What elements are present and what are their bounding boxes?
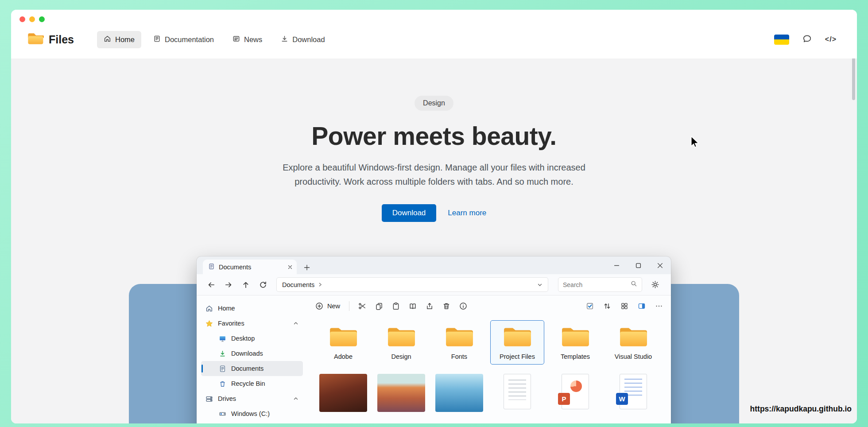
search-box[interactable]	[558, 277, 642, 292]
browser-window: Files Home Documentation	[11, 10, 857, 423]
nav-item-documentation[interactable]: Documentation	[147, 31, 221, 48]
file-tile-photo[interactable]	[316, 369, 370, 416]
folder-tile-fonts[interactable]: Fonts	[432, 320, 486, 365]
sidebar-item-documents[interactable]: Documents	[201, 361, 303, 376]
forward-button[interactable]	[221, 277, 236, 292]
photo-thumbnail-mountain	[377, 374, 425, 412]
minimize-traffic-icon[interactable]	[29, 16, 35, 22]
share-icon[interactable]	[426, 302, 434, 310]
layout-icon[interactable]	[620, 302, 628, 310]
sidebar-item-favorites[interactable]: Favorites	[201, 316, 303, 331]
star-icon	[205, 320, 213, 327]
sidebar-label: Drives	[218, 395, 236, 402]
brand-logo[interactable]: Files	[27, 31, 74, 47]
chevron-up-icon[interactable]	[293, 396, 298, 401]
file-tile-photo[interactable]	[432, 369, 486, 416]
drives-icon	[205, 395, 213, 403]
page-title: Power meets beauty.	[11, 121, 857, 151]
feedback-chat-icon[interactable]	[802, 34, 812, 45]
copy-icon[interactable]	[375, 302, 383, 310]
sidebar-item-home[interactable]: Home	[201, 301, 303, 316]
fullscreen-traffic-icon[interactable]	[39, 16, 45, 22]
delete-icon[interactable]	[442, 302, 450, 310]
brand-name: Files	[49, 33, 74, 46]
nav-item-home[interactable]: Home	[97, 31, 141, 48]
nav-item-news[interactable]: News	[226, 31, 269, 48]
preview-pane-icon[interactable]	[638, 302, 646, 310]
up-button[interactable]	[238, 277, 253, 292]
home-icon	[104, 35, 111, 44]
close-icon[interactable]	[657, 263, 663, 268]
files-app-window: Documents	[197, 256, 671, 423]
sidebar-item-windows-c[interactable]: Windows (C:)	[201, 406, 303, 421]
ukraine-flag-icon[interactable]	[774, 35, 789, 45]
folder-tile-visual-studio[interactable]: Visual Studio	[606, 320, 660, 365]
sort-icon[interactable]	[603, 302, 611, 310]
window-controls	[614, 256, 663, 274]
app-sidebar: Home Favorites Desktop	[197, 295, 307, 423]
folder-tile-adobe[interactable]: Adobe	[316, 320, 370, 365]
folder-tile-project-files[interactable]: Project Files	[490, 320, 544, 365]
app-content: Home Favorites Desktop	[197, 295, 671, 423]
refresh-button[interactable]	[256, 277, 270, 292]
tab-title: Documents	[219, 264, 251, 271]
nav-label: Download	[292, 35, 325, 44]
sidebar-label: Downloads	[231, 350, 263, 357]
info-icon[interactable]	[459, 302, 467, 310]
site-header: Files Home Documentation	[11, 10, 857, 58]
tab-close-icon[interactable]	[288, 265, 292, 269]
search-input[interactable]	[563, 281, 631, 288]
cut-icon[interactable]	[358, 302, 366, 310]
source-code-icon[interactable]: </>	[825, 35, 837, 43]
file-tile-photo[interactable]	[374, 369, 428, 416]
file-row: P W	[316, 369, 662, 416]
folder-name: Project Files	[500, 353, 535, 360]
command-bar: New	[307, 295, 671, 317]
new-tab-button[interactable]	[304, 264, 310, 271]
files-folder-logo-icon	[27, 31, 44, 47]
chevron-down-icon[interactable]	[537, 282, 542, 287]
maximize-icon[interactable]	[636, 263, 641, 268]
file-tile-word[interactable]: W	[606, 369, 660, 416]
back-button[interactable]	[204, 277, 218, 292]
learn-more-link[interactable]: Learn more	[448, 209, 486, 217]
file-tile-text-document[interactable]	[490, 369, 544, 416]
minimize-icon[interactable]	[614, 263, 620, 268]
breadcrumb-segment[interactable]: Documents	[282, 281, 314, 288]
nav-label: Home	[115, 35, 135, 44]
hero-cta: Download Learn more	[11, 204, 857, 222]
sidebar-label: Home	[218, 305, 235, 312]
sidebar-item-drives[interactable]: Drives	[201, 391, 303, 406]
news-icon	[232, 35, 240, 44]
paste-icon[interactable]	[392, 302, 400, 310]
powerpoint-document-icon: P	[562, 374, 589, 409]
book-open-icon[interactable]	[409, 302, 417, 310]
sidebar-item-recycle-bin[interactable]: Recycle Bin	[201, 376, 303, 391]
chevron-up-icon[interactable]	[293, 321, 298, 326]
download-icon	[281, 35, 288, 44]
folder-icon	[561, 325, 590, 350]
page-scrollbar[interactable]	[852, 58, 855, 100]
new-button[interactable]: New	[315, 302, 340, 310]
folder-icon	[387, 325, 416, 350]
tab-documents[interactable]: Documents	[203, 260, 297, 274]
close-traffic-icon[interactable]	[19, 16, 25, 22]
nav-item-download[interactable]: Download	[274, 31, 331, 48]
sidebar-item-desktop[interactable]: Desktop	[201, 331, 303, 346]
sidebar-item-downloads[interactable]: Downloads	[201, 346, 303, 361]
select-icon[interactable]	[586, 302, 594, 310]
folder-icon	[619, 325, 648, 350]
folder-tile-templates[interactable]: Templates	[548, 320, 602, 365]
breadcrumb[interactable]: Documents	[276, 277, 548, 292]
photo-thumbnail-canyon	[319, 374, 367, 412]
sidebar-label: Desktop	[231, 335, 255, 342]
more-icon[interactable]	[655, 302, 663, 310]
file-tile-powerpoint[interactable]: P	[548, 369, 602, 416]
sidebar-label: Favorites	[218, 320, 244, 327]
folder-icon	[445, 325, 474, 350]
sidebar-label: Documents	[231, 365, 264, 372]
folder-tile-design[interactable]: Design	[374, 320, 428, 365]
download-button[interactable]: Download	[382, 204, 437, 222]
gear-icon[interactable]	[651, 280, 659, 289]
sidebar-label: Recycle Bin	[231, 380, 265, 387]
